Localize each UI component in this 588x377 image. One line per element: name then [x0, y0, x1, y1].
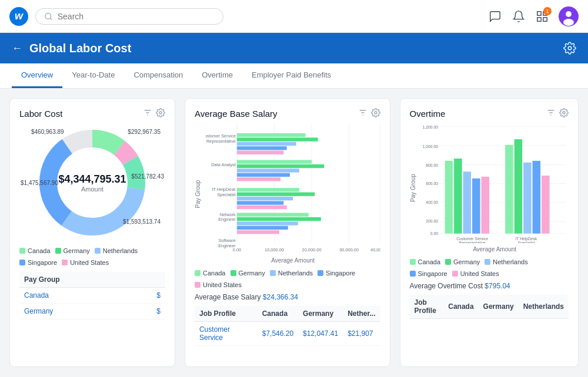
legend-dot-netherlands: [95, 248, 101, 254]
avatar[interactable]: [559, 6, 579, 26]
avg-salary-icons: [358, 108, 380, 119]
svg-rect-32: [237, 142, 296, 146]
tab-overtime[interactable]: Overtime: [192, 63, 242, 88]
svg-point-7: [563, 19, 574, 26]
overtime-avg-text: Average Overtime Cost: [410, 282, 483, 290]
filter-icon[interactable]: [143, 108, 152, 119]
donut-label-us: $1,475,567.90: [21, 180, 58, 186]
svg-point-0: [45, 13, 51, 19]
svg-rect-86: [514, 139, 522, 234]
avg-salary-label-text: Average Base Salary: [195, 293, 261, 301]
tab-ytd[interactable]: Year-to-Date: [62, 63, 124, 88]
workday-logo-text: w: [15, 10, 23, 22]
svg-rect-3: [537, 17, 541, 21]
svg-text:Data Analyst: Data Analyst: [211, 162, 236, 167]
labor-cost-table: Pay Group Canada $ Germany $: [19, 272, 165, 319]
svg-point-8: [568, 46, 572, 50]
workday-logo[interactable]: w: [9, 7, 28, 26]
legend-dot-canada: [19, 248, 25, 254]
tab-compensation[interactable]: Compensation: [124, 63, 192, 88]
donut-total: $4,344,795.31: [58, 173, 126, 186]
avg-salary-svg: Customer Service Representative Data Ana…: [206, 124, 380, 254]
labor-cost-header: Labor Cost: [19, 108, 165, 119]
settings4-icon[interactable]: [559, 108, 569, 119]
labor-cost-legend: Canada Germany Netherlands Singapore Uni…: [19, 247, 165, 266]
svg-point-12: [159, 112, 162, 114]
filter2-icon[interactable]: [358, 108, 368, 119]
back-button[interactable]: ←: [12, 42, 22, 55]
overtime-avg-label-value: Average Overtime Cost $795.04: [410, 282, 569, 290]
overtime-x-label: Average Amount: [421, 246, 569, 253]
legend-netherlands: Netherlands: [95, 247, 138, 254]
legend-label-singapore: Singapore: [28, 259, 57, 266]
table-cell-germany[interactable]: Germany: [19, 304, 132, 319]
legend-germany: Germany: [55, 247, 90, 254]
bell-icon[interactable]: [512, 9, 526, 23]
settings2-icon[interactable]: [156, 108, 165, 119]
svg-rect-4: [543, 17, 547, 21]
svg-rect-30: [237, 133, 306, 137]
svg-text:800.00: 800.00: [426, 163, 438, 167]
tab-employer-paid[interactable]: Employer Paid Benefits: [242, 63, 340, 88]
avg-salary-title: Average Base Salary: [195, 109, 278, 119]
avg-salary-header: Average Base Salary: [195, 108, 380, 119]
table-col-netherlands: Nether...: [343, 306, 380, 322]
overtime-col-canada: Canada: [443, 295, 478, 319]
svg-rect-53: [237, 226, 288, 230]
main-content: Labor Cost: [0, 89, 588, 376]
table-col-value: [132, 272, 165, 288]
tab-overview[interactable]: Overview: [12, 63, 62, 88]
donut-label-germany: $292,967.35: [128, 129, 161, 135]
legend-netherlands-3: Netherlands: [485, 258, 527, 265]
svg-rect-51: [237, 217, 321, 221]
svg-rect-81: [454, 159, 462, 234]
svg-rect-54: [237, 230, 279, 234]
svg-rect-87: [523, 163, 532, 234]
chat-icon[interactable]: [488, 9, 502, 23]
tabs-bar: Overview Year-to-Date Compensation Overt…: [0, 63, 588, 89]
filter3-icon[interactable]: [546, 108, 556, 119]
svg-text:Specialist: Specialist: [517, 241, 534, 243]
svg-rect-33: [237, 146, 287, 150]
svg-text:Representative: Representative: [206, 139, 236, 144]
overtime-icons: [546, 108, 569, 119]
legend-germany-2: Germany: [230, 270, 265, 277]
avg-salary-legend: Canada Germany Netherlands Singapore Uni…: [195, 270, 380, 288]
labor-cost-title: Labor Cost: [19, 109, 62, 119]
svg-text:10,000.00: 10,000.00: [265, 247, 284, 253]
overtime-col-netherlands: Netherlands: [519, 295, 569, 319]
svg-text:Engineer: Engineer: [218, 217, 236, 222]
overtime-chart: 1,200.00 1,000.00 800.00 600.00 400.00 2…: [421, 124, 569, 253]
svg-text:0.00: 0.00: [430, 231, 437, 235]
table-cell-cs[interactable]: Customer Service: [195, 322, 258, 346]
donut-label-singapore: $1,593,513.74: [123, 218, 161, 225]
svg-text:40,000.00: 40,000.00: [370, 247, 380, 253]
svg-rect-40: [237, 177, 280, 181]
svg-text:200.00: 200.00: [426, 219, 438, 223]
svg-rect-52: [237, 221, 298, 225]
page-title: Global Labor Cost: [29, 42, 556, 55]
labor-cost-icons: [143, 108, 165, 119]
svg-text:400.00: 400.00: [426, 200, 438, 204]
avg-salary-label-value: Average Base Salary $24,366.34: [195, 293, 380, 301]
svg-text:Specialist: Specialist: [217, 192, 236, 197]
settings-icon[interactable]: [563, 42, 576, 55]
svg-rect-85: [505, 145, 513, 234]
legend-label-canada: Canada: [28, 247, 51, 254]
apps-icon[interactable]: 1: [535, 9, 549, 23]
overtime-table: Job Profile Canada Germany Netherlands: [410, 295, 569, 319]
search-input[interactable]: [58, 12, 215, 21]
svg-rect-50: [237, 213, 309, 216]
overtime-svg: 1,200.00 1,000.00 800.00 600.00 400.00 2…: [421, 124, 569, 243]
table-col-paygroup: Pay Group: [19, 272, 132, 288]
settings3-icon[interactable]: [371, 108, 380, 119]
search-bar[interactable]: [35, 8, 223, 25]
legend-label-netherlands: Netherlands: [103, 247, 138, 254]
legend-dot-us: [62, 260, 68, 265]
avg-salary-value: $24,366.34: [263, 293, 298, 301]
table-cell-canada[interactable]: Canada: [19, 288, 132, 304]
legend-us-3: United States: [452, 270, 499, 277]
legend-dot-singapore: [19, 260, 25, 265]
donut-label-netherlands: $521,782.43: [131, 173, 164, 180]
overtime-y-label: Pay Group: [410, 124, 416, 253]
